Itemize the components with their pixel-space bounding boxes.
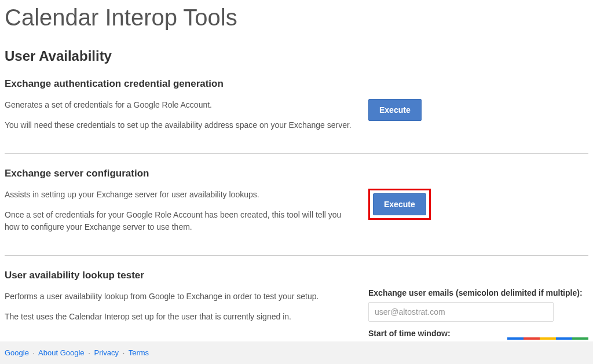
lookuptester-desc2: The test uses the Calendar Interop set u…	[5, 311, 352, 323]
credgen-title: Exchange authentication credential gener…	[5, 78, 352, 90]
footer: Google · About Google · Privacy · Terms	[0, 341, 593, 364]
section-server-config: Exchange server configuration Assists in…	[5, 168, 588, 256]
footer-link-privacy[interactable]: Privacy	[94, 348, 119, 357]
lookuptester-title: User availability lookup tester	[5, 270, 352, 281]
footer-separator: ·	[33, 348, 35, 357]
serverconfig-desc2: Once a set of credentials for your Googl…	[5, 209, 352, 233]
footer-separator: ·	[88, 348, 90, 357]
start-time-label: Start of time window:	[368, 329, 588, 338]
footer-link-google[interactable]: Google	[5, 348, 29, 357]
highlight-box: Execute	[368, 189, 431, 220]
lookuptester-desc1: Performs a user availability lookup from…	[5, 291, 352, 303]
color-bar	[507, 337, 588, 340]
credgen-desc1: Generates a set of credentials for a Goo…	[5, 99, 352, 111]
footer-link-terms[interactable]: Terms	[129, 348, 149, 357]
section-lookup-tester: User availability lookup tester Performs…	[5, 270, 588, 350]
footer-separator: ·	[123, 348, 125, 357]
footer-link-about[interactable]: About Google	[38, 348, 85, 357]
section-credential-generation: Exchange authentication credential gener…	[5, 78, 588, 154]
credgen-desc2: You will need these credentials to set u…	[5, 119, 352, 131]
execute-button-credgen[interactable]: Execute	[368, 99, 422, 121]
section-heading-user-availability: User Availability	[5, 48, 588, 64]
serverconfig-title: Exchange server configuration	[5, 168, 352, 179]
emails-label: Exchange user emails (semicolon delimite…	[368, 288, 588, 297]
execute-button-serverconfig[interactable]: Execute	[373, 193, 426, 215]
serverconfig-desc1: Assists in setting up your Exchange serv…	[5, 189, 352, 201]
emails-input[interactable]	[368, 302, 554, 322]
page-title: Calendar Interop Tools	[5, 5, 588, 31]
